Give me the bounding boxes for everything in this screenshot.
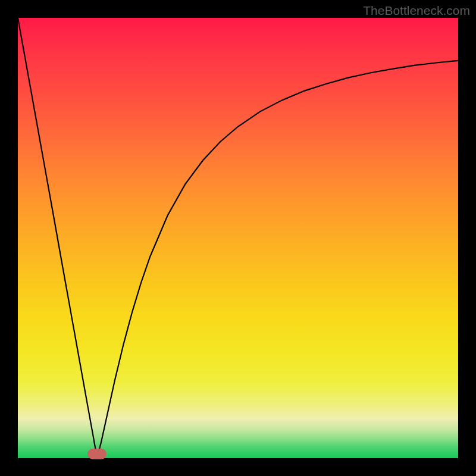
- min-marker: [87, 449, 107, 459]
- watermark-text: TheBottleneck.com: [363, 4, 470, 18]
- plot-area: [18, 18, 458, 458]
- chart-frame: TheBottleneck.com: [0, 0, 476, 476]
- curve-path: [18, 18, 458, 458]
- curve-layer: [18, 18, 458, 458]
